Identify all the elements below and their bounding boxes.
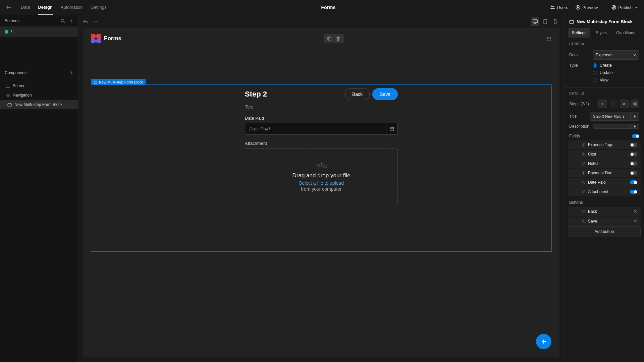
calendar-icon[interactable] (386, 123, 398, 135)
add-fab-button[interactable] (536, 334, 551, 349)
tab-conditions-panel[interactable]: Conditions (612, 28, 639, 38)
gear-icon[interactable] (581, 171, 585, 175)
gear-icon[interactable] (581, 190, 585, 194)
component-form-block[interactable]: New Multi-step Form Block (0, 100, 78, 109)
svg-point-27 (636, 103, 637, 104)
gear-icon[interactable] (581, 143, 585, 147)
button-item[interactable]: ⋮⋮ Back ✕ (568, 207, 641, 216)
remove-button-icon[interactable]: ✕ (634, 209, 637, 214)
tab-design[interactable]: Design (38, 0, 52, 15)
drag-handle-icon[interactable]: ⋮⋮ (573, 181, 579, 184)
field-toggle[interactable] (630, 143, 637, 147)
undo-icon[interactable] (83, 19, 88, 24)
title-input[interactable]: Step {{ New Multi-s... (590, 112, 631, 121)
type-option-view[interactable]: View (593, 78, 613, 82)
chevron-down-icon (635, 6, 638, 9)
field-item[interactable]: ⋮⋮ Cost (568, 150, 641, 159)
remove-button-icon[interactable]: ✕ (634, 219, 637, 224)
tab-settings-panel[interactable]: Settings (568, 28, 590, 38)
drag-handle-icon[interactable]: ⋮⋮ (573, 153, 579, 156)
screen-item-root[interactable]: / (0, 26, 78, 37)
apps-grid-icon[interactable] (546, 36, 551, 41)
users-button[interactable]: Users (550, 5, 568, 10)
form-block-area[interactable]: Step 2 Back Save Text Date Paid Date Pai… (91, 84, 552, 252)
publish-button[interactable]: Publish (605, 0, 638, 15)
svg-point-17 (550, 38, 551, 39)
field-toggle[interactable] (630, 152, 637, 156)
topbar-left: Data Design Automation Settings (6, 0, 107, 15)
back-arrow-icon[interactable] (6, 5, 11, 10)
tab-settings[interactable]: Settings (91, 0, 107, 15)
gear-icon[interactable] (581, 219, 585, 223)
device-mobile-icon[interactable] (551, 17, 559, 26)
save-button[interactable]: Save (372, 88, 398, 100)
back-button[interactable]: Back (345, 88, 370, 100)
add-screen-icon[interactable] (69, 19, 73, 23)
drag-handle-icon[interactable]: ⋮⋮ (573, 220, 579, 223)
redo-icon[interactable] (93, 19, 98, 24)
drag-handle-icon[interactable]: ⋮⋮ (573, 162, 579, 165)
field-toggle[interactable] (630, 171, 637, 175)
gear-icon[interactable] (581, 209, 585, 214)
buttons-label: Buttons (569, 200, 583, 205)
gear-icon[interactable] (581, 162, 585, 166)
canvas[interactable]: Forms New Multi-step Form Block (83, 28, 559, 357)
component-screen[interactable]: Screen (0, 81, 78, 90)
drag-handle-icon[interactable]: ⋮⋮ (573, 143, 579, 146)
users-label: Users (557, 5, 568, 10)
tab-styles-panel[interactable]: Styles (592, 28, 611, 38)
tab-automation[interactable]: Automation (61, 0, 83, 15)
step-remove-icon[interactable] (620, 100, 629, 108)
description-input[interactable] (593, 124, 631, 129)
type-label: Type (569, 63, 589, 68)
add-button-button[interactable]: Add button (568, 226, 641, 237)
preview-button[interactable]: Preview (576, 5, 598, 10)
type-option-create[interactable]: Create (593, 63, 613, 68)
title-bolt-icon[interactable] (631, 112, 639, 121)
svg-point-20 (550, 40, 551, 41)
drag-handle-icon[interactable]: ⋮⋮ (573, 171, 579, 175)
dropzone-select-link[interactable]: Select a file to upload (299, 180, 344, 186)
collapse-icon[interactable]: — (636, 92, 640, 96)
description-bolt-icon[interactable] (631, 124, 639, 129)
search-icon[interactable] (61, 19, 65, 23)
radio-icon (593, 63, 597, 68)
svg-point-34 (583, 191, 584, 192)
field-toggle[interactable] (630, 180, 637, 184)
fields-master-toggle[interactable] (632, 134, 639, 138)
description-label: Description (569, 124, 589, 129)
step-prev-icon[interactable] (598, 100, 607, 108)
app-title: Forms (107, 5, 550, 10)
delete-icon[interactable] (336, 36, 340, 41)
field-item[interactable]: ⋮⋮ Payment Due (568, 169, 641, 177)
step-title: Step 2 (245, 90, 267, 99)
svg-point-1 (553, 6, 554, 7)
details-header: DETAILS — (565, 88, 644, 98)
field-item[interactable]: ⋮⋮ Date Paid (568, 178, 641, 187)
attachment-dropzone[interactable]: Drag and drop your file Select a file to… (245, 148, 398, 204)
field-toggle[interactable] (630, 190, 637, 194)
field-item[interactable]: ⋮⋮ Expense Tags (568, 140, 641, 149)
attachment-label: Attachment (245, 141, 398, 146)
device-tablet-icon[interactable] (541, 17, 549, 26)
copy-icon[interactable] (327, 36, 332, 41)
type-option-update[interactable]: Update (593, 70, 613, 75)
field-item[interactable]: ⋮⋮ Attachment (568, 187, 641, 196)
button-item[interactable]: ⋮⋮ Save ✕ (568, 217, 641, 226)
data-select[interactable]: Expenses (593, 50, 639, 60)
svg-point-36 (583, 221, 584, 222)
step-add-icon[interactable] (631, 100, 639, 108)
field-item[interactable]: ⋮⋮ Notes (568, 159, 641, 168)
date-paid-input[interactable]: Date Paid (245, 123, 386, 135)
gear-icon[interactable] (581, 152, 585, 156)
svg-point-35 (583, 211, 584, 212)
field-toggle[interactable] (630, 162, 637, 166)
selected-block-tag[interactable]: New Multi-step Form Block (91, 79, 146, 85)
drag-handle-icon[interactable]: ⋮⋮ (573, 190, 579, 193)
device-desktop-icon[interactable] (531, 17, 539, 26)
component-navigation[interactable]: Navigation (0, 90, 78, 100)
add-component-icon[interactable] (69, 71, 73, 75)
gear-icon[interactable] (581, 180, 585, 184)
drag-handle-icon[interactable]: ⋮⋮ (573, 210, 579, 213)
tab-data[interactable]: Data (21, 0, 30, 15)
